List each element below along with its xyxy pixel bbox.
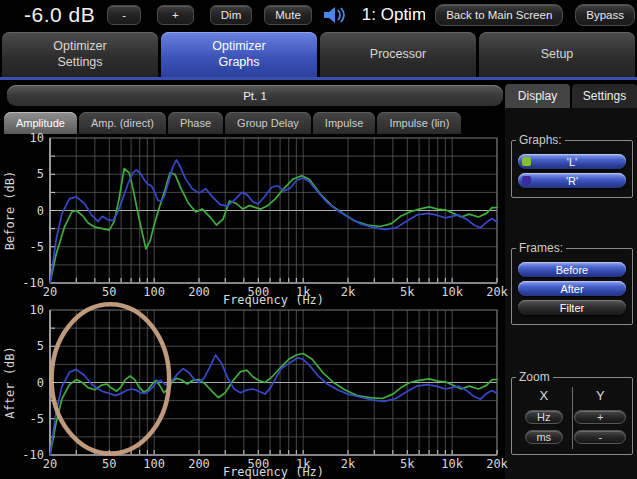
left-channel-swatch xyxy=(522,157,531,166)
speaker-icon[interactable] xyxy=(322,6,348,24)
side-panel-column: Display Settings Graphs: 'L' 'R' Frames:… xyxy=(505,80,637,479)
frames-group-title: Frames: xyxy=(516,241,566,255)
zoom-y-column: Y + - xyxy=(572,387,629,449)
zoom-x-ms-button[interactable]: ms xyxy=(525,430,563,444)
y-tick-label: -5 xyxy=(30,240,44,254)
bypass-button[interactable]: Bypass xyxy=(575,4,635,26)
x-tick-label: 2k xyxy=(341,285,356,299)
tab-impulse[interactable]: Impulse xyxy=(313,112,376,134)
graphs-column: Pt. 1 Amplitude Amp. (direct) Phase Grou… xyxy=(0,80,505,479)
tab-settings[interactable]: Settings xyxy=(572,84,637,108)
zoom-group: Zoom X Hz ms Y + - xyxy=(511,377,633,455)
series-L-curve xyxy=(50,354,497,456)
dim-button[interactable]: Dim xyxy=(210,5,252,25)
x-tick-label: 50 xyxy=(102,285,116,299)
main-tab-bar: Optimizer Settings Optimizer Graphs Proc… xyxy=(0,30,637,77)
volume-up-button[interactable]: + xyxy=(157,5,194,25)
mute-button[interactable]: Mute xyxy=(264,5,312,25)
graphs-group-title: Graphs: xyxy=(516,133,565,147)
tab-setup[interactable]: Setup xyxy=(479,32,635,77)
graphs-area: 1050-5-1020501002005001k2k5k10k20kFreque… xyxy=(0,134,505,479)
series-R-curve xyxy=(50,160,497,283)
after-chart: 1050-5-1020501002005001k2k5k10k20kFreque… xyxy=(0,306,505,478)
tab-impulse-lin[interactable]: Impulse (lin) xyxy=(377,112,461,134)
frame-after-toggle[interactable]: After xyxy=(518,281,626,296)
x-tick-label: 20k xyxy=(486,457,508,471)
frames-group: Frames: Before After Filter xyxy=(511,248,633,325)
preset-title: 1: Optimize Mo xyxy=(362,5,425,25)
tab-group-delay[interactable]: Group Delay xyxy=(225,112,311,134)
series-R-curve xyxy=(50,355,497,455)
frame-before-toggle[interactable]: Before xyxy=(518,262,626,277)
x-tick-label: 100 xyxy=(143,457,165,471)
y-tick-label: 5 xyxy=(37,167,44,181)
x-tick-label: 10k xyxy=(441,285,463,299)
x-axis-title: Frequency (Hz) xyxy=(223,293,324,307)
zoom-y-label: Y xyxy=(596,388,605,403)
y-tick-label: 0 xyxy=(37,376,44,390)
right-channel-swatch xyxy=(522,176,531,185)
series-L-curve xyxy=(50,169,497,284)
tab-amp-direct[interactable]: Amp. (direct) xyxy=(79,112,166,134)
y-tick-label: -10 xyxy=(22,448,44,462)
display-panel: Graphs: 'L' 'R' Frames: Before After Fil… xyxy=(505,108,637,479)
x-tick-label: 50 xyxy=(102,457,116,471)
before-chart: 1050-5-1020501002005001k2k5k10k20kFreque… xyxy=(0,134,505,306)
x-tick-label: 2k xyxy=(341,457,356,471)
y-tick-label: 5 xyxy=(37,339,44,353)
zoom-x-column: X Hz ms xyxy=(516,387,572,449)
x-tick-label: 5k xyxy=(400,457,415,471)
x-tick-label: 20 xyxy=(43,285,57,299)
measurement-point-selector[interactable]: Pt. 1 xyxy=(7,85,503,106)
tab-phase[interactable]: Phase xyxy=(168,112,223,134)
zoom-y-plus-button[interactable]: + xyxy=(574,410,626,424)
graphs-group: Graphs: 'L' 'R' xyxy=(511,140,633,198)
y-tick-label: -10 xyxy=(22,276,44,290)
highlight-circle-annotation xyxy=(52,304,170,453)
y-tick-label: 10 xyxy=(30,131,44,145)
back-to-main-screen-button[interactable]: Back to Main Screen xyxy=(435,4,563,26)
x-tick-label: 20 xyxy=(43,457,57,471)
graph-left-toggle[interactable]: 'L' xyxy=(518,154,626,169)
x-tick-label: 200 xyxy=(188,457,210,471)
zoom-x-label: X xyxy=(539,388,548,403)
y-axis-title: Before (dB) xyxy=(3,171,17,250)
x-axis-title: Frequency (Hz) xyxy=(223,465,324,479)
graph-right-toggle[interactable]: 'R' xyxy=(518,173,626,188)
tab-optimizer-graphs[interactable]: Optimizer Graphs xyxy=(161,32,317,77)
content-area: Pt. 1 Amplitude Amp. (direct) Phase Grou… xyxy=(0,80,637,479)
before-chart-svg: 1050-5-1020501002005001k2k5k10k20kFreque… xyxy=(0,134,505,306)
x-tick-label: 20k xyxy=(486,285,508,299)
zoom-x-hz-button[interactable]: Hz xyxy=(525,410,563,424)
y-tick-label: 10 xyxy=(30,303,44,317)
after-chart-svg: 1050-5-1020501002005001k2k5k10k20kFreque… xyxy=(0,306,505,478)
zoom-y-minus-button[interactable]: - xyxy=(574,430,626,444)
volume-down-button[interactable]: - xyxy=(107,5,141,25)
tab-optimizer-settings[interactable]: Optimizer Settings xyxy=(2,32,158,77)
x-tick-label: 5k xyxy=(400,285,415,299)
y-axis-title: After (dB) xyxy=(3,346,17,418)
panel-tab-bar: Display Settings xyxy=(505,80,637,108)
tab-display[interactable]: Display xyxy=(505,84,570,108)
x-tick-label: 10k xyxy=(441,457,463,471)
graph-type-tab-bar: Amplitude Amp. (direct) Phase Group Dela… xyxy=(0,108,505,134)
measurement-point-row: Pt. 1 xyxy=(0,80,505,108)
frame-filter-toggle[interactable]: Filter xyxy=(518,300,626,315)
x-tick-label: 100 xyxy=(143,285,165,299)
zoom-group-title: Zoom xyxy=(516,370,553,384)
x-tick-label: 200 xyxy=(188,285,210,299)
top-bar: -6.0 dB - + Dim Mute 1: Optimize Mo Back… xyxy=(0,0,637,30)
y-tick-label: 0 xyxy=(37,204,44,218)
master-volume-display: -6.0 dB xyxy=(24,3,95,27)
tab-processor[interactable]: Processor xyxy=(320,32,476,77)
y-tick-label: -5 xyxy=(30,412,44,426)
